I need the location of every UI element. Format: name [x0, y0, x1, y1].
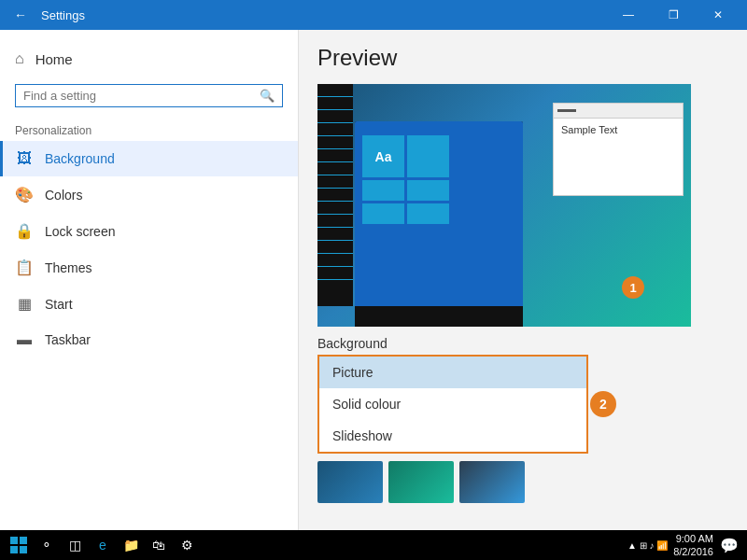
svg-rect-2: [10, 546, 18, 553]
preview-desktop: Aa: [355, 121, 523, 327]
svg-rect-0: [10, 537, 18, 544]
sidebar-label-taskbar: Taskbar: [45, 332, 91, 347]
svg-rect-3: [20, 546, 27, 553]
preview-window-bar: [554, 104, 683, 119]
home-label: Home: [35, 51, 73, 67]
taskbar-tray: ▲ ⊞ ♪ 📶: [627, 540, 668, 551]
sidebar-label-colors: Colors: [45, 188, 82, 203]
tray-icons: ▲ ⊞ ♪ 📶: [627, 540, 668, 551]
tile-sm4: [362, 203, 404, 224]
colors-icon: 🎨: [15, 186, 34, 203]
taskbar-icon: ▬: [15, 331, 34, 348]
preview-taskbar: [355, 306, 523, 327]
sidebar-label-start: Start: [45, 297, 73, 312]
window-controls: — ❒ ✕: [607, 0, 740, 30]
background-icon: 🖼: [15, 150, 34, 167]
folder-icon[interactable]: 📁: [120, 534, 142, 556]
settings-taskbar-icon[interactable]: ⚙: [176, 534, 198, 556]
minimize-button[interactable]: —: [607, 0, 650, 30]
thumb-3[interactable]: [459, 461, 525, 503]
sidebar-label-themes: Themes: [45, 260, 92, 275]
window-dot: [557, 109, 576, 112]
dropdown-section: Background PictureSolid colourSlideshow …: [317, 336, 728, 454]
taskbar: ⚬ ◫ e 📁 🛍 ⚙ ▲ ⊞ ♪ 📶 9:00 AM 8/2/2016 💬: [0, 530, 747, 560]
content-area: Preview Aa: [299, 30, 747, 530]
background-label: Background: [317, 336, 728, 351]
sidebar: ⌂ Home 🔍 Personalization 🖼 Background 🎨 …: [0, 30, 299, 530]
dropdown-option[interactable]: Slideshow: [319, 420, 586, 452]
window-title: Settings: [41, 8, 607, 22]
search-box[interactable]: 🔍: [15, 84, 283, 107]
notification-icon[interactable]: 💬: [719, 535, 740, 555]
sidebar-item-background[interactable]: 🖼 Background: [0, 141, 298, 176]
search-taskbar-icon[interactable]: ⚬: [35, 534, 58, 556]
edge-icon[interactable]: e: [92, 534, 114, 556]
sidebar-item-start[interactable]: ▦ Start: [0, 286, 298, 322]
page-title: Preview: [317, 45, 728, 71]
start-icon: ▦: [15, 295, 34, 313]
preview-window: Sample Text: [553, 103, 684, 196]
callout-2: 2: [590, 391, 616, 417]
dropdown-option[interactable]: Picture: [319, 357, 586, 388]
taskbar-clock: 9:00 AM 8/2/2016: [673, 532, 713, 559]
preview-ruler: [317, 84, 353, 306]
thumb-2[interactable]: [388, 461, 454, 503]
sidebar-item-colors[interactable]: 🎨 Colors: [0, 176, 298, 213]
tile-main: Aa: [362, 135, 404, 177]
sidebar-label-lockscreen: Lock screen: [45, 224, 115, 239]
tile-sm3: [407, 180, 449, 201]
store-icon[interactable]: 🛍: [148, 534, 170, 556]
preview-window-body: Sample Text: [554, 119, 683, 141]
nav-list: 🖼 Background 🎨 Colors 🔒 Lock screen 📋 Th…: [0, 141, 298, 357]
thumbnail-strip: [317, 461, 728, 503]
search-input[interactable]: [23, 89, 260, 103]
lockscreen-icon: 🔒: [15, 222, 34, 240]
task-view-icon[interactable]: ◫: [63, 534, 86, 556]
tile-sm2: [362, 180, 404, 201]
main-layout: ⌂ Home 🔍 Personalization 🖼 Background 🎨 …: [0, 30, 747, 530]
sidebar-item-themes[interactable]: 📋 Themes: [0, 249, 298, 286]
sidebar-item-taskbar[interactable]: ▬ Taskbar: [0, 322, 298, 357]
svg-rect-1: [20, 537, 27, 544]
back-button[interactable]: ←: [7, 2, 34, 28]
sidebar-label-background: Background: [45, 151, 115, 166]
search-icon: 🔍: [260, 89, 275, 103]
close-button[interactable]: ✕: [697, 0, 740, 30]
dropdown-option[interactable]: Solid colour: [319, 388, 586, 420]
maximize-button[interactable]: ❒: [652, 0, 695, 30]
tile-sm1: [407, 135, 449, 177]
sidebar-item-lockscreen[interactable]: 🔒 Lock screen: [0, 213, 298, 249]
section-label: Personalization: [0, 115, 298, 141]
callout-1: 1: [622, 276, 644, 299]
sidebar-item-home[interactable]: ⌂ Home: [0, 41, 298, 77]
home-icon: ⌂: [15, 50, 24, 67]
preview-tiles: Aa: [362, 135, 449, 224]
thumb-1[interactable]: [317, 461, 383, 503]
preview-container: Aa Sample Text 1: [317, 84, 691, 327]
title-bar: ← Settings — ❒ ✕: [0, 0, 747, 30]
preview-screen: Aa: [355, 121, 523, 306]
start-button[interactable]: [7, 534, 30, 556]
tile-sm5: [407, 203, 449, 224]
themes-icon: 📋: [15, 259, 34, 276]
background-dropdown[interactable]: PictureSolid colourSlideshow: [317, 355, 588, 454]
